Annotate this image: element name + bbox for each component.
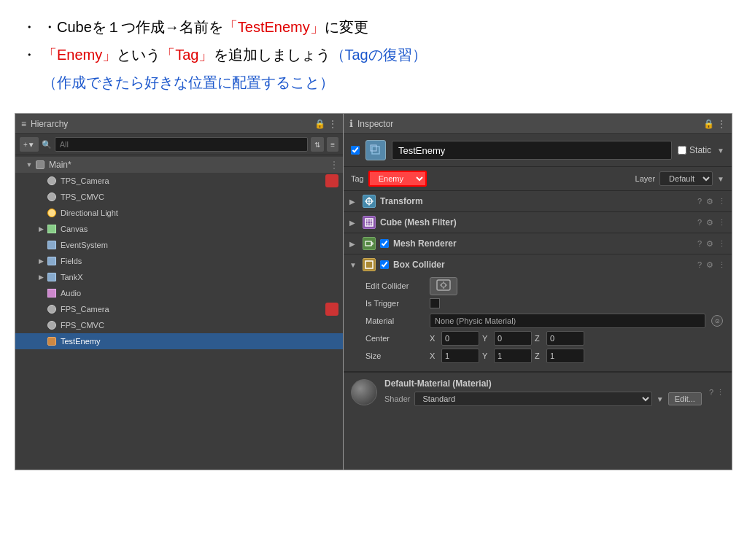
component-box-collider-header[interactable]: ▼ Box Collider ? ⚙ ⋮ bbox=[344, 254, 732, 275]
enemy-cube-icon bbox=[46, 335, 58, 347]
shader-dropdown-arrow[interactable]: ▼ bbox=[657, 395, 664, 403]
tag-layer-row: Tag Enemy Layer Default ▼ bbox=[344, 167, 732, 191]
hierarchy-add-button[interactable]: +▼ bbox=[20, 137, 39, 152]
box-collider-help-icon[interactable]: ? bbox=[697, 260, 702, 269]
instruction-line1-highlight: 「TestEnemy」 bbox=[223, 15, 325, 39]
center-x-label: X bbox=[430, 334, 438, 343]
inspector-info-icon: ℹ bbox=[349, 118, 353, 129]
center-y-input[interactable] bbox=[494, 331, 532, 346]
edit-collider-button[interactable] bbox=[430, 277, 457, 295]
shader-edit-button[interactable]: Edit... bbox=[668, 392, 702, 405]
material-help-icons: ? ⋮ bbox=[709, 388, 724, 397]
material-more-icon[interactable]: ⋮ bbox=[716, 388, 724, 397]
box-collider-body: Edit Collider bbox=[344, 275, 732, 371]
hierarchy-item-tpscamera[interactable]: TPS_Camera bbox=[15, 173, 343, 189]
mesh-renderer-checkbox[interactable] bbox=[380, 239, 389, 248]
mesh-renderer-help-icons: ? ⚙ ⋮ bbox=[697, 239, 726, 249]
hierarchy-item-fpscamera[interactable]: FPS_Camera bbox=[15, 301, 343, 317]
instruction-line2: ・ 「Enemy」 という 「Tag」 を追加しましょう （Tagの復習） bbox=[22, 42, 725, 67]
hierarchy-item-canvas[interactable]: ▶ Canvas bbox=[15, 221, 343, 237]
box-collider-more-icon[interactable]: ⋮ bbox=[718, 260, 726, 270]
hierarchy-item-tankx[interactable]: ▶ TankX bbox=[15, 269, 343, 285]
eventsystem-icon bbox=[46, 239, 58, 251]
object-name-input[interactable] bbox=[392, 141, 672, 160]
edit-collider-label: Edit Collider bbox=[365, 281, 424, 290]
hierarchy-item-more-icon[interactable]: ⋮ bbox=[330, 160, 338, 170]
hierarchy-filter-button[interactable]: ≡ bbox=[327, 137, 338, 152]
hierarchy-item-dirlight[interactable]: Directional Light bbox=[15, 205, 343, 221]
hierarchy-item-main[interactable]: ▼ Main* ⋮ bbox=[15, 157, 343, 173]
inspector-title: Inspector bbox=[357, 119, 393, 129]
hierarchy-toolbar: +▼ 🔍 ⇅ ≡ bbox=[15, 134, 343, 155]
hierarchy-item-eventsystem[interactable]: EventSystem bbox=[15, 237, 343, 253]
component-mesh-renderer-header[interactable]: ▶ Mesh Renderer ? ⚙ ⋮ bbox=[344, 233, 732, 254]
static-dropdown-arrow[interactable]: ▼ bbox=[717, 147, 724, 155]
box-collider-help-icons: ? ⚙ ⋮ bbox=[697, 260, 726, 270]
camera-icon-3 bbox=[46, 303, 58, 315]
component-transform-header[interactable]: ▶ Transform ? ⚙ ⋮ bbox=[344, 191, 732, 211]
mesh-filter-settings-icon[interactable]: ⚙ bbox=[706, 218, 713, 228]
shader-label: Shader bbox=[384, 394, 410, 403]
center-y-label: Y bbox=[482, 334, 491, 343]
active-checkbox-wrapper[interactable] bbox=[351, 146, 360, 155]
mesh-filter-help-icons: ? ⚙ ⋮ bbox=[697, 218, 726, 228]
hierarchy-item-fields[interactable]: ▶ Fields bbox=[15, 253, 343, 269]
mesh-renderer-settings-icon[interactable]: ⚙ bbox=[706, 239, 713, 249]
static-checkbox[interactable] bbox=[678, 146, 686, 155]
hierarchy-item-testenemy-label: TestEnemy bbox=[61, 337, 100, 346]
size-y-label: Y bbox=[482, 351, 491, 360]
center-z-input[interactable] bbox=[546, 331, 584, 346]
instruction-line1: ・ ・Cubeを１つ作成→名前を 「TestEnemy」 に変更 bbox=[22, 15, 725, 39]
mesh-renderer-arrow-icon: ▶ bbox=[349, 240, 358, 248]
material-target-icon[interactable]: ⊙ bbox=[711, 315, 723, 327]
object-active-checkbox[interactable] bbox=[351, 146, 360, 155]
component-mesh-filter-header[interactable]: ▶ Cube (Mesh Filter) ? ⚙ bbox=[344, 212, 732, 233]
transform-title: Transform bbox=[380, 196, 693, 206]
size-x-input[interactable] bbox=[441, 349, 479, 363]
mesh-renderer-more-icon[interactable]: ⋮ bbox=[718, 239, 726, 249]
mesh-filter-more-icon[interactable]: ⋮ bbox=[718, 218, 726, 228]
hierarchy-item-tpscmvc[interactable]: TPS_CMVC bbox=[15, 189, 343, 205]
instructions-section: ・ ・Cubeを１つ作成→名前を 「TestEnemy」 に変更 ・ 「Enem… bbox=[0, 0, 747, 106]
mesh-filter-arrow-icon: ▶ bbox=[349, 219, 358, 227]
hierarchy-search-input[interactable] bbox=[55, 137, 308, 152]
component-mesh-renderer: ▶ Mesh Renderer ? ⚙ ⋮ bbox=[344, 233, 732, 254]
hierarchy-item-fpscmvc-label: FPS_CMVC bbox=[61, 321, 104, 330]
mesh-renderer-help-icon[interactable]: ? bbox=[697, 239, 702, 248]
inspector-panel: ℹ Inspector 🔒 ⋮ bbox=[344, 114, 732, 470]
center-xyz-group: X Y Z bbox=[430, 331, 584, 346]
material-section: Default-Material (Material) Shader Stand… bbox=[344, 372, 732, 412]
transform-settings-icon[interactable]: ⚙ bbox=[706, 197, 713, 206]
mesh-filter-help-icon[interactable]: ? bbox=[697, 218, 702, 227]
hierarchy-more-icon[interactable]: ⋮ bbox=[328, 119, 337, 129]
size-z-input[interactable] bbox=[546, 349, 584, 363]
is-trigger-checkbox[interactable] bbox=[430, 298, 440, 308]
transform-more-icon[interactable]: ⋮ bbox=[718, 197, 726, 206]
layer-dropdown-arrow[interactable]: ▼ bbox=[717, 175, 724, 183]
component-box-collider: ▼ Box Collider ? ⚙ ⋮ bbox=[344, 254, 732, 372]
collider-material-label: Material bbox=[365, 316, 424, 325]
collider-material-input[interactable] bbox=[430, 314, 705, 328]
inspector-more-icon[interactable]: ⋮ bbox=[717, 119, 726, 129]
size-y-input[interactable] bbox=[494, 349, 532, 363]
hierarchy-item-audio[interactable]: Audio bbox=[15, 285, 343, 301]
component-mesh-filter: ▶ Cube (Mesh Filter) ? ⚙ bbox=[344, 212, 732, 233]
hierarchy-item-canvas-label: Canvas bbox=[61, 225, 88, 233]
hierarchy-item-testenemy[interactable]: TestEnemy bbox=[15, 333, 343, 349]
shader-dropdown[interactable]: Standard bbox=[414, 392, 651, 406]
tankx-icon bbox=[46, 271, 58, 283]
light-icon bbox=[46, 207, 58, 219]
size-z-label: Z bbox=[535, 351, 543, 360]
material-help-icon[interactable]: ? bbox=[709, 388, 713, 397]
box-collider-settings-icon[interactable]: ⚙ bbox=[706, 260, 713, 270]
canvas-icon bbox=[46, 223, 58, 235]
box-collider-checkbox[interactable] bbox=[380, 260, 389, 269]
layer-dropdown[interactable]: Default bbox=[659, 171, 713, 186]
hierarchy-sort-button[interactable]: ⇅ bbox=[311, 137, 324, 152]
center-x-input[interactable] bbox=[441, 331, 479, 346]
hierarchy-item-fpscmvc[interactable]: FPS_CMVC bbox=[15, 317, 343, 333]
svg-point-14 bbox=[441, 283, 446, 287]
transform-help-icon[interactable]: ? bbox=[697, 197, 702, 206]
tag-dropdown[interactable]: Enemy bbox=[368, 171, 427, 187]
hierarchy-header: ≡ Hierarchy 🔒 ⋮ bbox=[15, 114, 343, 134]
